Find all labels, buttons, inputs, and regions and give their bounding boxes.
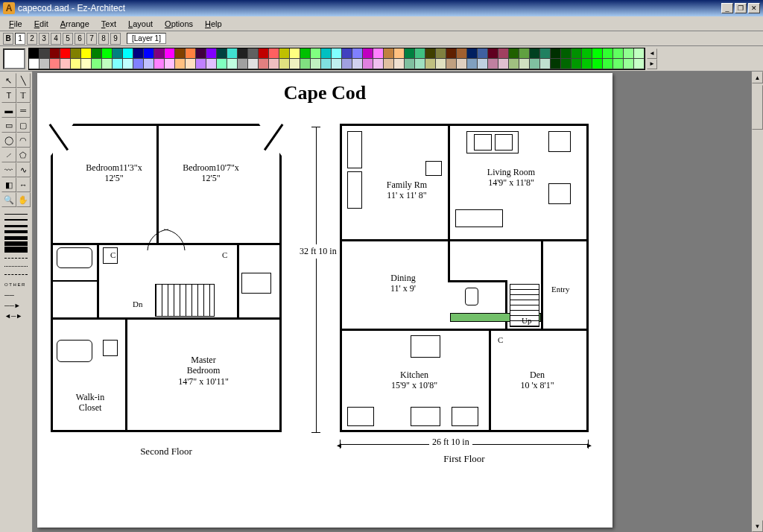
ellipse-tool[interactable]: ◯ bbox=[1, 133, 16, 148]
color-swatch[interactable] bbox=[123, 48, 133, 59]
color-swatch[interactable] bbox=[498, 48, 509, 59]
scroll-down[interactable]: ▼ bbox=[752, 520, 763, 532]
color-swatch[interactable] bbox=[332, 48, 342, 59]
color-swatch[interactable] bbox=[582, 48, 592, 59]
color-swatch[interactable] bbox=[60, 48, 71, 59]
layer-4[interactable]: 4 bbox=[51, 33, 61, 45]
color-swatch[interactable] bbox=[488, 59, 498, 69]
color-swatch[interactable] bbox=[196, 59, 206, 69]
color-swatch[interactable] bbox=[624, 59, 634, 69]
color-swatch[interactable] bbox=[415, 59, 425, 69]
color-swatch[interactable] bbox=[478, 59, 488, 69]
color-swatch[interactable] bbox=[634, 59, 645, 69]
line-weight-picker[interactable] bbox=[1, 210, 31, 253]
color-swatch[interactable] bbox=[592, 59, 603, 69]
color-swatch[interactable] bbox=[603, 48, 613, 59]
color-swatch[interactable] bbox=[384, 59, 394, 69]
color-swatch[interactable] bbox=[405, 59, 415, 69]
color-swatch[interactable] bbox=[279, 59, 290, 69]
color-swatch[interactable] bbox=[436, 48, 446, 59]
color-swatch[interactable] bbox=[373, 59, 384, 69]
color-swatch[interactable] bbox=[415, 48, 425, 59]
color-swatch[interactable] bbox=[478, 48, 488, 59]
color-swatch[interactable] bbox=[92, 48, 102, 59]
color-swatch[interactable] bbox=[165, 59, 175, 69]
menu-text[interactable]: Text bbox=[95, 18, 122, 30]
color-swatch[interactable] bbox=[259, 48, 269, 59]
freehand-tool[interactable]: 〰 bbox=[1, 162, 16, 177]
color-swatch[interactable] bbox=[50, 59, 60, 69]
color-swatch[interactable] bbox=[227, 59, 238, 69]
color-swatch[interactable] bbox=[488, 48, 498, 59]
color-swatch[interactable] bbox=[363, 59, 373, 69]
color-swatch[interactable] bbox=[81, 48, 92, 59]
layer-6[interactable]: 6 bbox=[75, 33, 85, 45]
color-swatch[interactable] bbox=[342, 59, 352, 69]
color-swatch[interactable] bbox=[175, 48, 186, 59]
layer-1[interactable]: 1 bbox=[15, 33, 25, 45]
color-swatch[interactable] bbox=[29, 59, 39, 69]
color-swatch[interactable] bbox=[446, 48, 457, 59]
palette-scroll[interactable]: ◄► bbox=[647, 48, 657, 69]
color-swatch[interactable] bbox=[60, 59, 71, 69]
color-swatch[interactable] bbox=[269, 48, 279, 59]
text-tool[interactable]: T bbox=[1, 88, 16, 103]
color-swatch[interactable] bbox=[332, 59, 342, 69]
color-swatch[interactable] bbox=[165, 48, 175, 59]
color-swatch[interactable] bbox=[394, 59, 405, 69]
menu-file[interactable]: File bbox=[3, 18, 28, 30]
color-swatch[interactable] bbox=[405, 48, 415, 59]
color-swatch[interactable] bbox=[133, 59, 144, 69]
menu-options[interactable]: Options bbox=[159, 18, 199, 30]
color-swatch[interactable] bbox=[457, 59, 467, 69]
color-swatch[interactable] bbox=[186, 48, 196, 59]
close-button[interactable]: ✕ bbox=[748, 3, 760, 13]
color-swatch[interactable] bbox=[206, 48, 217, 59]
color-swatch[interactable] bbox=[92, 59, 102, 69]
color-swatch[interactable] bbox=[352, 59, 363, 69]
wall-tool[interactable]: ▬ bbox=[1, 103, 16, 118]
color-swatch[interactable] bbox=[217, 59, 227, 69]
color-swatch[interactable] bbox=[603, 59, 613, 69]
color-swatch[interactable] bbox=[102, 59, 113, 69]
color-swatch[interactable] bbox=[311, 48, 321, 59]
arrow-style-picker[interactable]: ────►◄─► bbox=[1, 290, 31, 321]
color-swatch[interactable] bbox=[321, 59, 332, 69]
layer-8[interactable]: 8 bbox=[98, 33, 109, 45]
color-swatch[interactable] bbox=[624, 48, 634, 59]
color-swatch[interactable] bbox=[613, 59, 624, 69]
polyline-tool[interactable]: ⟋ bbox=[1, 148, 16, 162]
color-swatch[interactable] bbox=[498, 59, 509, 69]
color-swatch[interactable] bbox=[352, 48, 363, 59]
color-swatch[interactable] bbox=[561, 59, 572, 69]
color-swatch[interactable] bbox=[113, 48, 123, 59]
arc-tool[interactable]: ◠ bbox=[16, 133, 31, 148]
color-swatch[interactable] bbox=[71, 59, 81, 69]
bold-button[interactable]: B bbox=[3, 33, 13, 45]
color-swatch[interactable] bbox=[509, 48, 519, 59]
curve-tool[interactable]: ∿ bbox=[16, 162, 31, 177]
measure-tool[interactable]: ↔ bbox=[16, 177, 31, 192]
color-swatch[interactable] bbox=[102, 48, 113, 59]
maximize-button[interactable]: ❐ bbox=[735, 3, 747, 13]
layer-7[interactable]: 7 bbox=[86, 33, 97, 45]
color-swatch[interactable] bbox=[144, 48, 154, 59]
zoom-tool[interactable]: 🔍 bbox=[1, 192, 16, 207]
color-swatch[interactable] bbox=[425, 48, 436, 59]
color-swatch[interactable] bbox=[206, 59, 217, 69]
layer-5[interactable]: 5 bbox=[63, 33, 73, 45]
layer-2[interactable]: 2 bbox=[27, 33, 37, 45]
color-swatch[interactable] bbox=[290, 59, 300, 69]
color-swatch[interactable] bbox=[551, 59, 561, 69]
color-swatch[interactable] bbox=[394, 48, 405, 59]
color-swatch[interactable] bbox=[467, 59, 478, 69]
color-swatch[interactable] bbox=[509, 59, 519, 69]
color-swatch[interactable] bbox=[39, 48, 50, 59]
color-swatch[interactable] bbox=[342, 48, 352, 59]
color-swatch[interactable] bbox=[300, 48, 311, 59]
color-swatch[interactable] bbox=[29, 48, 39, 59]
color-swatch[interactable] bbox=[436, 59, 446, 69]
menu-help[interactable]: Help bbox=[199, 18, 228, 30]
color-swatch[interactable] bbox=[373, 48, 384, 59]
color-swatch[interactable] bbox=[634, 48, 645, 59]
